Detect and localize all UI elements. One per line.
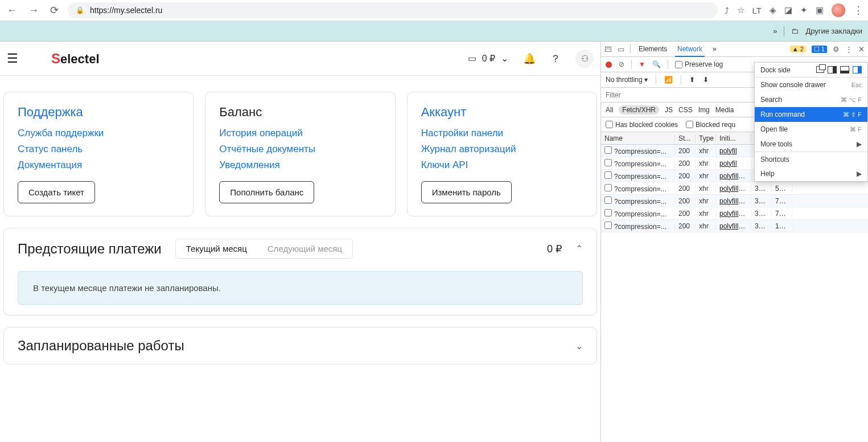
initiator-link[interactable]: polyfills... [719,210,747,218]
create-ticket-button[interactable]: Создать тикет [18,181,95,203]
chevron-up-icon[interactable]: ⌃ [575,243,583,254]
menu-search[interactable]: Search ⌘ ⌥ F [755,92,867,107]
device-icon[interactable]: ▭ [618,45,624,54]
messages-badge[interactable]: ☐ 1 [812,46,827,53]
type-media[interactable]: Media [715,106,734,114]
user-avatar[interactable]: ⚇ [575,50,594,68]
type-all[interactable]: All [606,106,613,114]
initiator-link[interactable]: polyfills... [719,197,747,205]
address-bar[interactable]: 🔒 https://my.selectel.ru [68,2,718,18]
menu-help[interactable]: Help ▶ [755,166,867,181]
gear-icon[interactable]: ⚙ [833,45,840,54]
initiator-link[interactable]: polyfills... [719,172,747,180]
link-support-1[interactable]: Статус панель [18,144,179,155]
row-checkbox[interactable] [604,222,612,229]
table-row[interactable]: ?compression=...200xhrpolyfills...37...5… [601,182,868,195]
dock-bottom-icon[interactable] [840,66,849,73]
menu-show-drawer[interactable]: Show console drawer Esc [755,77,867,92]
row-checkbox[interactable] [604,184,612,191]
dock-right-icon[interactable] [853,66,862,73]
top-up-balance-button[interactable]: Пополнить баланс [219,181,314,203]
panel-icon[interactable]: ▣ [816,5,824,15]
table-row[interactable]: ?compression=...200xhrpolyfills...37...7… [601,195,868,207]
blocked-cookies-checkbox[interactable]: Has blocked cookies [606,121,678,129]
kebab-icon[interactable]: ⋮ [853,4,863,17]
link-support-2[interactable]: Документация [18,159,179,171]
dock-undock-icon[interactable] [816,66,824,73]
initiator-link[interactable]: polyfil [719,147,737,155]
profile-avatar[interactable] [832,3,845,17]
type-js[interactable]: JS [665,106,673,114]
tab-more[interactable]: » [710,45,719,53]
card-title-account[interactable]: Аккаунт [421,105,583,120]
warnings-badge[interactable]: ▲ 2 [790,46,806,52]
extensions-icon[interactable]: ✦ [800,5,808,15]
link-balance-0[interactable]: История операций [219,128,381,139]
preserve-log-input[interactable] [675,61,682,68]
menu-more-tools[interactable]: More tools ▶ [755,137,867,152]
bookmarks-overflow[interactable]: » [773,27,777,35]
ext-tag-icon[interactable]: ◈ [770,5,776,15]
menu-icon[interactable]: ☰ [2,51,23,66]
th-status[interactable]: St... [675,134,696,142]
forward-icon[interactable]: → [26,5,41,17]
initiator-link[interactable]: polyfil [719,159,737,167]
initiator-link[interactable]: polyfills... [719,222,747,230]
bell-icon[interactable]: 🔔 [523,52,536,65]
link-balance-2[interactable]: Уведомления [219,159,381,171]
type-img[interactable]: Img [698,106,710,114]
bookmarks-folder[interactable]: Другие закладки [805,27,862,35]
download-har-icon[interactable]: ⬇ [703,76,709,84]
menu-shortcuts[interactable]: Shortcuts [755,152,867,166]
table-row[interactable]: ?compression=...200xhrpolyfills...37...1… [601,220,868,232]
row-checkbox[interactable] [604,146,612,154]
record-icon[interactable] [606,62,612,68]
link-account-2[interactable]: Ключи API [421,159,583,171]
star-icon[interactable]: ☆ [737,5,744,15]
tab-network[interactable]: Network [675,45,705,57]
tab-elements[interactable]: Elements [636,45,669,53]
seg-current-month[interactable]: Текущий месяц [176,239,257,258]
wifi-icon[interactable]: 📶 [664,76,673,84]
filter-icon[interactable]: ▼ [639,60,645,68]
initiator-link[interactable]: polyfills... [719,185,747,193]
chevron-down-icon[interactable]: ⌄ [575,341,583,351]
ext-lt-icon[interactable]: LT [752,6,762,15]
link-support-0[interactable]: Служба поддержки [18,128,179,139]
close-icon[interactable]: ✕ [858,45,865,54]
upload-har-icon[interactable]: ⬆ [689,76,695,84]
link-account-1[interactable]: Журнал авторизаций [421,144,583,155]
preserve-log-checkbox[interactable]: Preserve log [675,60,723,68]
link-account-0[interactable]: Настройки панели [421,128,583,139]
row-checkbox[interactable] [604,159,612,166]
change-password-button[interactable]: Изменить пароль [421,181,512,203]
dock-left-icon[interactable] [828,66,837,73]
share-icon[interactable]: ⤴ [725,6,729,15]
row-checkbox[interactable] [604,171,612,179]
menu-open-file[interactable]: Open file ⌘ F [755,122,867,137]
table-row[interactable]: ?compression=...200xhrpolyfills...38...7… [601,207,868,220]
link-balance-1[interactable]: Отчётные документы [219,144,381,155]
row-checkbox[interactable] [604,209,612,216]
th-type[interactable]: Type [696,134,716,142]
logo[interactable]: S electel [34,51,100,67]
row-checkbox[interactable] [604,197,612,204]
devtools-kebab-icon[interactable]: ⋮ [845,45,853,54]
type-css[interactable]: CSS [678,106,693,114]
reload-icon[interactable]: ⟳ [48,4,61,17]
type-xhr[interactable]: Fetch/XHR [619,105,659,114]
throttling-select[interactable]: No throttling ▾ [606,76,648,84]
card-title-support[interactable]: Поддержка [18,105,179,120]
th-initiator[interactable]: Initi... [716,134,751,142]
blocked-requests-input[interactable] [686,121,693,128]
help-icon[interactable]: ？ [550,52,561,66]
inspect-icon[interactable]: ⮹ [604,45,612,54]
clear-icon[interactable]: ⊘ [619,60,624,68]
search-icon[interactable]: 🔍 [652,60,661,68]
seg-next-month[interactable]: Следующий месяц [257,239,352,258]
ext-cube-icon[interactable]: ◪ [784,5,792,15]
blocked-cookies-input[interactable] [606,121,613,128]
menu-run-command[interactable]: Run command ⌘ ⇧ F [755,107,867,122]
back-icon[interactable]: ← [5,5,19,17]
blocked-requests-checkbox[interactable]: Blocked requ [686,121,735,129]
